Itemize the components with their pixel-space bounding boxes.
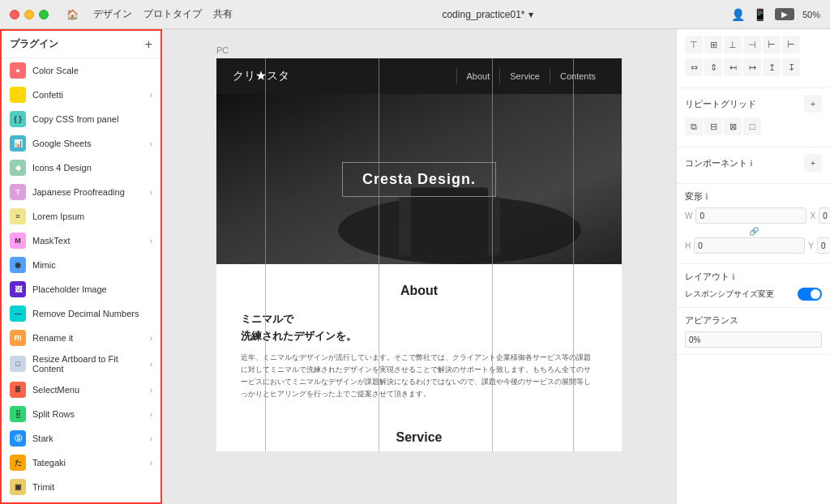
plugin-item[interactable]: ▣Trimit (2, 475, 160, 499)
y-input[interactable] (817, 237, 830, 254)
align-extra-4[interactable]: ↧ (782, 58, 800, 76)
wh-row: W X (685, 207, 822, 224)
plugin-item-icon: 📊 (10, 135, 26, 152)
site-hero: Cresta Design. (216, 94, 622, 264)
plugin-item-name: Resize Artboard to Fit Content (32, 354, 143, 374)
plugin-item[interactable]: TJapanese Proofreading› (2, 180, 160, 204)
canvas-area[interactable]: PC クリ★スタ About Service Contents (162, 29, 676, 504)
hy-row: H Y (685, 237, 822, 254)
align-middle-btn[interactable]: ⊞ (704, 36, 722, 53)
repeat-grid-btn[interactable]: + (804, 95, 822, 113)
plugin-item[interactable]: 📊Google Sheets› (2, 131, 160, 156)
component-info-icon[interactable]: ℹ (750, 159, 753, 168)
opacity-input[interactable] (685, 331, 822, 348)
rg-icon-3[interactable]: ⊠ (724, 117, 742, 135)
responsive-toggle[interactable] (798, 288, 822, 301)
plugin-item[interactable]: —Remove Decimal Numbers (2, 301, 160, 326)
zoom-level[interactable]: 50% (802, 10, 820, 19)
plugin-item-icon: ▣ (10, 479, 26, 495)
align-extra-1[interactable]: ↤ (724, 58, 742, 76)
plugin-item-name: Split Rows (32, 409, 143, 419)
align-center-btn[interactable]: ⊢ (763, 36, 781, 53)
appearance-label: アピアランス (685, 314, 738, 327)
right-panel: ⊤ ⊞ ⊥ ⊣ ⊢ ⊢ ⇔ ⇕ ↤ ↦ ↥ ↧ リピートグリッド + (676, 29, 830, 504)
title-center: coding_practice01* ▾ (244, 9, 731, 20)
distribute-v-btn[interactable]: ⇕ (704, 58, 722, 76)
align-left-btn[interactable]: ⊣ (743, 36, 761, 53)
maximize-button[interactable] (39, 10, 49, 19)
plugin-item[interactable]: ≡Lorem Ipsum (2, 204, 160, 229)
transform-header: 変形 ℹ (685, 190, 822, 203)
close-button[interactable] (10, 10, 19, 19)
plugin-item-name: Color Scale (32, 66, 152, 75)
h-input[interactable] (694, 237, 805, 254)
x-input[interactable] (819, 207, 830, 224)
canvas-label: PC (216, 45, 622, 55)
plugin-add-button[interactable]: + (145, 38, 152, 51)
device-icon[interactable]: 📱 (753, 8, 767, 21)
align-extra-3[interactable]: ↥ (763, 58, 781, 76)
canvas-content: PC クリ★スタ About Service Contents (216, 45, 622, 488)
play-icon: ▶ (781, 10, 788, 19)
plugin-item[interactable]: MMaskText› (2, 229, 160, 253)
plugin-item[interactable]: ⣿Split Rows› (2, 402, 160, 426)
plugin-sidebar: プラグイン + ●Color Scale✨Confetti›{ }Copy CS… (0, 29, 162, 504)
align-top-btn[interactable]: ⊤ (685, 36, 703, 53)
x-label: X (810, 211, 815, 220)
plugin-item-arrow: › (150, 434, 152, 443)
repeat-grid-header: リピートグリッド + (685, 95, 822, 113)
align-right-btn[interactable]: ⊢ (782, 36, 800, 53)
plugin-item[interactable]: 🖼Placeholder Image (2, 277, 160, 301)
play-button[interactable]: ▶ (775, 8, 794, 20)
plugin-item-arrow: › (150, 237, 152, 246)
user-icon[interactable]: 👤 (731, 8, 745, 21)
plugin-item[interactable]: ⓈStark› (2, 426, 160, 451)
nav-prototype[interactable]: プロトタイプ (139, 6, 207, 23)
y-label: Y (808, 241, 814, 250)
nav-share[interactable]: 共有 (208, 6, 237, 23)
plugin-item-name: Lorem Ipsum (32, 211, 152, 221)
plugin-item-name: Japanese Proofreading (32, 187, 143, 197)
plugin-item[interactable]: ≣SelectMenu› (2, 378, 160, 402)
transform-info-icon[interactable]: ℹ (705, 192, 708, 201)
guide-line-3 (492, 58, 493, 451)
align-extra-2[interactable]: ↦ (743, 58, 761, 76)
layout-info-icon[interactable]: ℹ (732, 272, 735, 281)
home-icon[interactable]: 🏠 (62, 7, 83, 22)
component-add-btn[interactable]: + (804, 154, 822, 172)
plugin-item-name: Remove Decimal Numbers (32, 309, 152, 318)
rg-icon-1[interactable]: ⧉ (685, 117, 703, 135)
distribute-h-btn[interactable]: ⇔ (685, 58, 703, 76)
plugin-item-icon: 🖼 (10, 281, 26, 297)
component-section: コンポーネント ℹ + (677, 147, 830, 184)
title-right: 👤 📱 ▶ 50% (731, 8, 820, 21)
rg-icon-4[interactable]: □ (743, 117, 761, 135)
plugin-item-icon: ● (10, 62, 26, 79)
plugin-item[interactable]: ●Color Scale (2, 58, 160, 83)
plugin-item-arrow: › (150, 91, 152, 100)
align-bottom-btn[interactable]: ⊥ (724, 36, 742, 53)
nav-about: About (456, 68, 500, 84)
plugin-item-icon: ◉ (10, 257, 26, 273)
rg-icon-2[interactable]: ⊟ (704, 117, 722, 135)
plugin-item-icon: ◆ (10, 160, 26, 176)
plugin-item[interactable]: たTategaki› (2, 451, 160, 475)
plugin-item-name: Stark (32, 434, 143, 443)
traffic-lights (10, 10, 49, 19)
plugin-item-icon: RI (10, 330, 26, 346)
w-input[interactable] (695, 207, 806, 224)
plugin-item[interactable]: 😊UI Faces (2, 499, 160, 502)
plugin-item[interactable]: ✨Confetti› (2, 83, 160, 107)
plugin-item[interactable]: ◉Mimic (2, 253, 160, 277)
plugin-item-icon: た (10, 455, 26, 471)
plugin-item[interactable]: ◆Icons 4 Design (2, 156, 160, 180)
dropdown-icon[interactable]: ▾ (528, 9, 533, 20)
service-section: Service (216, 417, 622, 451)
plugin-item[interactable]: { }Copy CSS from panel (2, 107, 160, 131)
nav-design[interactable]: デザイン (88, 6, 137, 23)
plugin-item[interactable]: □Resize Artboard to Fit Content› (2, 350, 160, 378)
lock-icon: 🔗 (749, 227, 759, 236)
w-label: W (685, 211, 692, 220)
minimize-button[interactable] (24, 10, 34, 19)
plugin-item[interactable]: RIRename it› (2, 326, 160, 350)
